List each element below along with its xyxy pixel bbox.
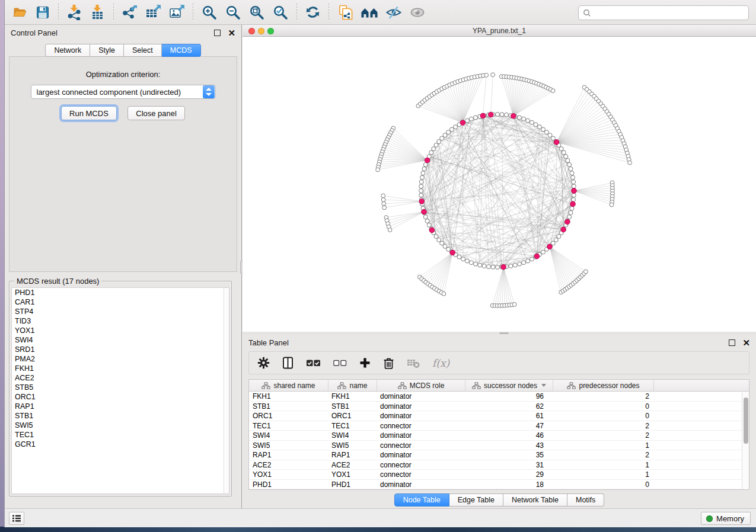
mcds-result-item[interactable]: SRD1 [12,345,229,354]
table-row[interactable]: TEC1TEC1connector472 [249,421,749,431]
settings-gear-button[interactable] [257,354,270,372]
table-cell[interactable]: SWI5 [249,441,328,450]
table-cell[interactable]: dominator [377,431,465,440]
table-cell[interactable]: RAP1 [249,450,328,460]
close-panel-icon[interactable]: ✕ [742,339,750,346]
tab-select[interactable]: Select [124,44,162,57]
table-cell[interactable]: TEC1 [249,421,328,431]
memory-button[interactable]: Memory [701,512,751,525]
import-network-button[interactable] [63,1,86,24]
tab-node-table[interactable]: Node Table [394,493,449,507]
table-cell[interactable]: SWI4 [328,431,377,440]
mcds-result-item[interactable]: YOX1 [12,326,229,335]
zoom-in-button[interactable] [197,1,221,24]
table-scrollbar-thumb[interactable] [744,398,748,444]
mcds-result-item[interactable]: PMA2 [12,354,229,364]
save-session-button[interactable] [31,1,54,24]
close-panel-icon[interactable]: ✕ [228,30,235,36]
export-table-button[interactable] [141,1,165,24]
table-cell[interactable]: 0 [553,402,654,411]
first-neighbors-button[interactable] [357,1,382,24]
delete-button[interactable] [383,354,394,372]
mcds-result-item[interactable]: ORC1 [12,392,229,402]
table-cell[interactable]: 31 [465,460,553,470]
table-row[interactable]: STB1STB1dominator620 [249,402,749,412]
table-cell[interactable]: STB1 [249,402,328,411]
network-view[interactable] [243,37,756,332]
table-cell[interactable]: ORC1 [328,411,377,421]
window-close-light[interactable] [248,28,255,34]
mcds-result-item[interactable]: STB1 [12,411,229,421]
clone-network-button[interactable] [333,1,357,24]
table-row[interactable]: ACE2ACE2connector311 [249,460,749,470]
table-cell[interactable]: TEC1 [328,421,377,431]
table-cell[interactable]: 29 [465,470,553,479]
table-cell[interactable]: YOX1 [249,470,328,479]
table-cell[interactable]: 1 [553,460,654,470]
table-cell[interactable]: connector [377,470,465,479]
mcds-result-item[interactable]: STP4 [12,307,229,316]
mcds-result-item[interactable]: RAP1 [12,402,229,411]
table-cell[interactable]: 96 [465,392,553,401]
table-cell[interactable]: 43 [465,441,553,450]
table-cell[interactable]: connector [377,460,465,470]
table-scrollbar[interactable] [742,392,749,489]
table-cell[interactable]: 47 [465,421,553,431]
table-cell[interactable]: FKH1 [328,392,377,401]
table-cell[interactable]: 1 [553,470,654,479]
column-header-shared-name[interactable]: shared name [249,380,328,391]
table-row[interactable]: FKH1FKH1dominator962 [249,392,749,402]
table-cell[interactable]: YOX1 [328,470,377,479]
open-session-button[interactable] [8,1,31,24]
mcds-result-item[interactable]: GCR1 [12,440,229,449]
table-cell[interactable]: connector [377,421,465,431]
import-table-button[interactable] [86,1,109,24]
run-mcds-button[interactable]: Run MCDS [61,106,117,120]
table-row[interactable]: RAP1RAP1dominator352 [249,450,749,460]
table-cell[interactable]: 2 [553,431,654,440]
tab-network[interactable]: Network [45,44,90,57]
table-cell[interactable]: SWI4 [249,431,328,440]
table-cell[interactable]: dominator [377,480,465,489]
table-cell[interactable]: RAP1 [328,450,377,460]
network-window-titlebar[interactable]: YPA_prune.txt_1 [243,25,756,37]
delete-table-button[interactable] [407,354,420,372]
show-all-button[interactable] [406,1,429,24]
float-panel-icon[interactable] [214,30,221,36]
table-cell[interactable]: 62 [465,402,553,411]
zoom-out-button[interactable] [221,1,245,24]
mcds-list-scrollbar[interactable] [224,288,229,493]
tab-style[interactable]: Style [90,44,124,57]
deselect-all-button[interactable] [333,354,347,372]
function-builder-icon[interactable]: f(x) [432,357,449,369]
table-cell[interactable]: 2 [553,450,654,460]
export-network-button[interactable] [118,1,141,24]
tab-mcds[interactable]: MCDS [162,44,201,57]
tab-motifs[interactable]: Motifs [567,493,604,507]
mcds-result-item[interactable]: SWI5 [12,421,229,430]
table-cell[interactable]: 46 [465,431,553,440]
column-header-mcds-role[interactable]: MCDS role [377,380,465,391]
table-cell[interactable]: 61 [465,411,553,421]
table-row[interactable]: ORC1ORC1dominator610 [249,411,749,421]
table-cell[interactable]: 2 [553,421,654,431]
mcds-result-item[interactable]: TID3 [12,316,229,326]
window-minimize-light[interactable] [258,28,264,34]
table-cell[interactable]: dominator [377,411,465,421]
table-row[interactable]: SWI5SWI5connector431 [249,441,749,451]
mcds-result-item[interactable]: STB5 [12,383,229,392]
zoom-selected-button[interactable] [269,1,292,24]
table-cell[interactable]: dominator [377,402,465,411]
table-cell[interactable]: FKH1 [249,392,328,401]
window-maximize-light[interactable] [267,28,274,34]
table-cell[interactable]: 1 [553,441,654,450]
search-input[interactable] [592,8,748,17]
tab-edge-table[interactable]: Edge Table [449,493,503,507]
table-cell[interactable]: ORC1 [249,411,328,421]
mcds-result-item[interactable]: ACE2 [12,373,229,383]
table-cell[interactable]: ACE2 [249,460,328,470]
float-panel-icon[interactable] [729,339,735,346]
mcds-result-item[interactable]: CAR1 [12,297,229,307]
table-cell[interactable]: STB1 [328,402,377,411]
show-columns-button[interactable] [282,354,294,372]
